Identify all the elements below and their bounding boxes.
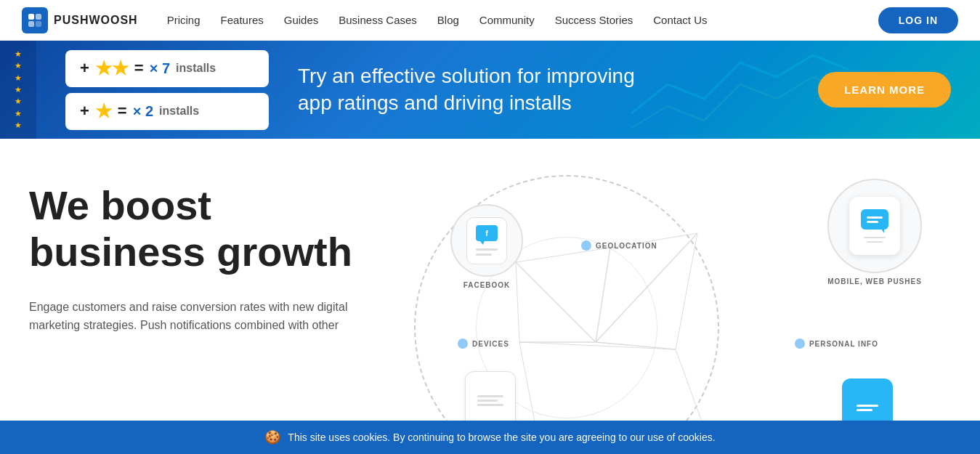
banner-headline: Try an effective solution for improving … — [269, 63, 818, 116]
stars-decoration: ★ ★ ★ ★ ★ ★ ★ — [0, 41, 36, 139]
personal-dot — [795, 339, 805, 349]
learn-more-button[interactable]: LEARN MORE — [818, 72, 951, 108]
banner-ratings: + ★★ = × 7 installs + ★ = × 2 installs — [65, 50, 269, 130]
hero-description: Engage customers and raise conversion ra… — [29, 298, 392, 335]
logo[interactable]: PUSHWOOSH — [22, 7, 138, 33]
facebook-circle: f — [450, 204, 523, 277]
facebook-icon-box: f — [466, 217, 507, 264]
nav-pricing[interactable]: Pricing — [167, 14, 201, 26]
node-geolocation: GEOLOCATION — [581, 240, 657, 251]
svg-rect-2 — [28, 21, 34, 27]
personal-label: PERSONAL INFO — [809, 340, 878, 348]
svg-line-8 — [596, 342, 676, 349]
nav-blog[interactable]: Blog — [437, 14, 459, 26]
mobile-label: MOBILE, WEB PUSHES — [827, 277, 922, 285]
svg-rect-3 — [36, 21, 41, 27]
node-devices: DEVICES — [458, 339, 509, 349]
multiplier-1: × 7 — [150, 60, 170, 77]
rating-row-1: + ★★ = × 7 installs — [65, 50, 269, 87]
devices-dot — [458, 339, 468, 349]
hero-section: We boost business growth Engage customer… — [29, 168, 392, 444]
nav-business-cases[interactable]: Business Cases — [339, 14, 417, 26]
multiplier-2: × 2 — [133, 103, 153, 120]
navbar: PUSHWOOSH Pricing Features Guides Busine… — [0, 0, 980, 41]
plus-2: + — [80, 102, 89, 121]
svg-line-15 — [676, 349, 705, 429]
nav-contact-us[interactable]: Contact Us — [653, 14, 707, 26]
login-button[interactable]: LOG IN — [878, 7, 958, 33]
nav-guides[interactable]: Guides — [284, 14, 319, 26]
svg-rect-0 — [28, 14, 34, 20]
mobile-circle — [827, 179, 922, 273]
geolocation-dot — [581, 240, 591, 251]
plus-1: + — [80, 59, 89, 78]
network-diagram: f FACEBOOK GEOLOCATION — [392, 168, 951, 444]
stars-1: ★★ — [95, 57, 129, 80]
cookie-icon: 🍪 — [264, 429, 280, 444]
stars-2: ★ — [95, 100, 112, 123]
equals-2: = — [118, 102, 127, 121]
hero-title: We boost business growth — [29, 182, 392, 276]
installs-2: installs — [159, 105, 199, 118]
cookie-text: This site uses cookies. By continuing to… — [288, 431, 715, 443]
banner-headline-text: Try an effective solution for improving … — [298, 63, 789, 116]
svg-line-5 — [596, 248, 610, 342]
logo-icon — [22, 7, 48, 33]
installs-1: installs — [176, 62, 216, 75]
node-personal-info: PERSONAL INFO — [795, 339, 878, 349]
logo-text: PUSHWOOSH — [54, 14, 138, 27]
svg-rect-1 — [36, 14, 41, 20]
equals-1: = — [134, 59, 144, 78]
geolocation-label: GEOLOCATION — [596, 242, 657, 250]
nav-success-stories[interactable]: Success Stories — [555, 14, 633, 26]
cookie-bar: 🍪 This site uses cookies. By continuing … — [0, 421, 980, 444]
svg-line-13 — [519, 342, 676, 349]
nav-features[interactable]: Features — [221, 14, 264, 26]
facebook-label: FACEBOOK — [463, 281, 511, 289]
rating-row-2: + ★ = × 2 installs — [65, 93, 269, 130]
banner: ★ ★ ★ ★ ★ ★ ★ + ★★ = × 7 installs + ★ = … — [0, 41, 980, 139]
svg-line-4 — [516, 262, 596, 342]
node-mobile: MOBILE, WEB PUSHES — [827, 179, 922, 285]
nav-community[interactable]: Community — [479, 14, 535, 26]
node-facebook: f FACEBOOK — [450, 204, 523, 289]
main-content: We boost business growth Engage customer… — [0, 139, 980, 444]
nav-links: Pricing Features Guides Business Cases B… — [167, 14, 878, 26]
devices-label: DEVICES — [472, 340, 509, 348]
svg-line-12 — [676, 233, 697, 349]
